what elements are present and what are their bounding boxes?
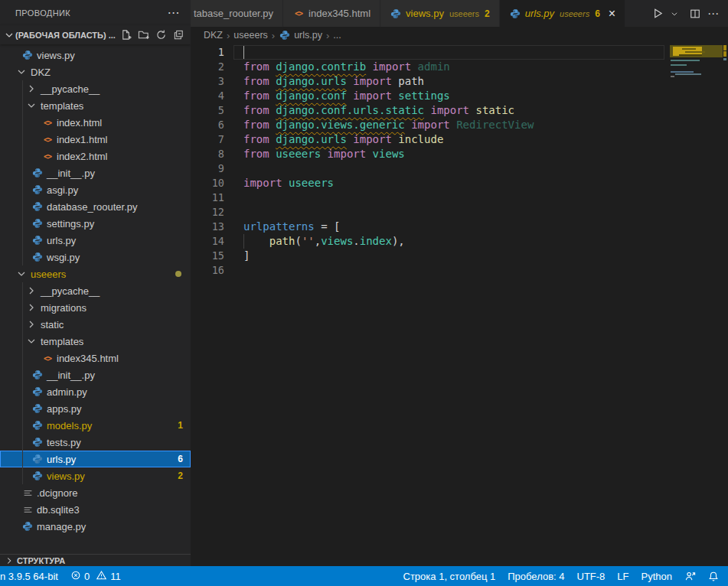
tree-file-wsgi.py[interactable]: wsgi.py xyxy=(0,249,191,265)
encoding-status[interactable]: UTF-8 xyxy=(577,571,606,582)
tree-file-settings.py[interactable]: settings.py xyxy=(0,215,191,232)
code-line-4[interactable]: 4from django.conf import settings xyxy=(191,89,669,103)
tab-tabase_roouter.py[interactable]: tabase_roouter.py xyxy=(191,0,283,27)
code-line-13[interactable]: 13urlpatterns = [ xyxy=(191,220,669,234)
tree-file-index2.html[interactable]: <>index2.html xyxy=(0,148,191,164)
tree-file-views.py[interactable]: views.py2 xyxy=(0,467,191,484)
python-interpreter-status[interactable]: n 3.9.5 64-bit xyxy=(0,571,58,582)
tree-file-asgi.py[interactable]: asgi.py xyxy=(0,181,191,198)
tree-folder-__pycache__[interactable]: __pycache__ xyxy=(0,282,191,299)
code-line-8[interactable]: 8from useeers import views xyxy=(191,147,669,161)
code-line-11[interactable]: 11 xyxy=(191,190,669,205)
bell-icon[interactable] xyxy=(708,571,719,582)
code-line-14[interactable]: 14 path('',views.index), xyxy=(191,234,669,249)
tree-folder-static[interactable]: static xyxy=(0,316,191,333)
tree-folder-__pycache__[interactable]: __pycache__ xyxy=(0,80,191,97)
split-editor-icon[interactable] xyxy=(690,8,700,19)
tree-file-urls.py[interactable]: urls.py xyxy=(0,232,191,249)
breadcrumb-item-urls.py[interactable]: urls.py xyxy=(279,29,322,41)
tree-folder-DKZ[interactable]: DKZ xyxy=(0,63,191,80)
python-file-icon xyxy=(31,436,44,448)
code-token: = [ xyxy=(315,220,341,233)
code-token: ), xyxy=(392,235,405,247)
problem-count-badge: 1 xyxy=(178,420,183,431)
tree-folder-templates[interactable]: templates xyxy=(0,97,191,114)
code-line-12[interactable]: 12 xyxy=(191,205,669,220)
tree-file-manage.py[interactable]: manage.py xyxy=(0,518,191,535)
editor[interactable]: 12from django.contrib import admin3from … xyxy=(191,44,728,566)
code-line-9[interactable]: 9 xyxy=(191,161,669,176)
tree-item-label: __pycache__ xyxy=(41,83,100,95)
code-line-2[interactable]: 2from django.contrib import admin xyxy=(191,60,669,74)
modified-dot-badge xyxy=(175,271,181,277)
tree-folder-migrations[interactable]: migrations xyxy=(0,299,191,316)
close-icon[interactable]: × xyxy=(609,8,615,19)
tree-item-label: settings.py xyxy=(47,218,94,230)
breadcrumb-label: ... xyxy=(333,30,341,41)
line-number: 7 xyxy=(191,132,224,147)
tree-folder-useeers[interactable]: useeers xyxy=(0,265,191,282)
code-line-1[interactable]: 1 xyxy=(191,45,669,60)
language-mode-status[interactable]: Python xyxy=(641,571,672,582)
problem-count-badge: 6 xyxy=(178,454,183,464)
line-number: 3 xyxy=(191,74,224,89)
tree-file-tests.py[interactable]: tests.py xyxy=(0,434,191,451)
more-actions-icon[interactable]: ⋯ xyxy=(707,7,719,21)
explorer-more-actions-icon[interactable]: ⋯ xyxy=(168,9,180,17)
tree-file-index.html[interactable]: <>index.html xyxy=(0,114,191,131)
tree-file-__init__.py[interactable]: __init__.py xyxy=(0,366,191,383)
problems-status[interactable]: 0 11 xyxy=(70,570,121,583)
config-file-icon xyxy=(21,503,34,516)
breadcrumb-item-DKZ[interactable]: DKZ xyxy=(204,30,223,41)
code-token: useeers xyxy=(289,177,334,189)
new-folder-icon[interactable] xyxy=(138,29,149,41)
tree-item-label: admin.py xyxy=(47,386,87,398)
code-line-7[interactable]: 7from django.urls import include xyxy=(191,132,669,147)
breadcrumb-label: DKZ xyxy=(204,30,223,41)
tree-file-urls.py[interactable]: urls.py6 xyxy=(0,451,191,467)
tree-file-index345.html[interactable]: <>index345.html xyxy=(0,350,191,366)
tree-file-database_roouter.py[interactable]: database_roouter.py xyxy=(0,198,191,215)
code-line-10[interactable]: 10import useeers xyxy=(191,176,669,190)
tab-views.py[interactable]: views.pyuseeers2 xyxy=(380,0,500,27)
collapse-folders-icon[interactable] xyxy=(173,29,184,41)
tab-problem-badge: 6 xyxy=(595,8,600,19)
tab-index345.html[interactable]: <>index345.html xyxy=(283,0,380,27)
breadcrumb-item-useeers[interactable]: useeers xyxy=(233,30,267,41)
tree-file-.dcignore[interactable]: .dcignore xyxy=(0,484,191,501)
workspace-section-header[interactable]: (РАБОЧАЯ ОБЛАСТЬ) ... xyxy=(0,25,191,44)
tab-description: useeers xyxy=(560,9,589,18)
tab-urls.py[interactable]: urls.pyuseeers6× xyxy=(500,0,625,27)
chevron-down-icon xyxy=(15,268,28,280)
tree-file-db.sqlite3[interactable]: db.sqlite3 xyxy=(0,501,191,518)
minimap[interactable] xyxy=(669,44,723,566)
code-line-15[interactable]: 15] xyxy=(191,249,669,263)
new-file-icon[interactable] xyxy=(120,29,132,41)
code-line-3[interactable]: 3from django.urls import path xyxy=(191,74,669,89)
tree-file-apps.py[interactable]: apps.py xyxy=(0,400,191,417)
overview-ruler[interactable] xyxy=(723,44,728,566)
cursor-position-status[interactable]: Строка 1, столбец 1 xyxy=(403,571,496,582)
tree-file-index1.html[interactable]: <>index1.html xyxy=(0,131,191,148)
refresh-icon[interactable] xyxy=(155,29,167,41)
chevron-down-icon xyxy=(25,335,38,347)
indentation-status[interactable]: Пробелов: 4 xyxy=(508,571,564,582)
code-line-16[interactable]: 16 xyxy=(191,263,669,278)
code-line-6[interactable]: 6from django.views.generic import Redire… xyxy=(191,118,669,132)
tree-file-__init__.py[interactable]: __init__.py xyxy=(0,164,191,181)
tree-folder-templates[interactable]: templates xyxy=(0,333,191,350)
line-number: 14 xyxy=(191,234,224,249)
code-line-5[interactable]: 5from django.conf.urls.static import sta… xyxy=(191,103,669,118)
run-dropdown-chevron-icon[interactable] xyxy=(671,10,678,18)
tree-file-models.py[interactable]: models.py1 xyxy=(0,417,191,434)
tree-file-views.py[interactable]: views.py xyxy=(0,47,191,63)
run-button[interactable] xyxy=(652,8,664,19)
breadcrumb-separator: › xyxy=(326,30,329,41)
feedback-icon[interactable] xyxy=(684,571,696,582)
tree-file-admin.py[interactable]: admin.py xyxy=(0,383,191,400)
eol-status[interactable]: LF xyxy=(617,571,628,582)
outline-section-header[interactable]: СТРУКТУРА xyxy=(0,554,191,566)
breadcrumb: DKZ›useeers›urls.py›... xyxy=(191,27,728,44)
breadcrumb-item-...[interactable]: ... xyxy=(333,30,341,41)
code-area[interactable]: 12from django.contrib import admin3from … xyxy=(191,44,669,566)
